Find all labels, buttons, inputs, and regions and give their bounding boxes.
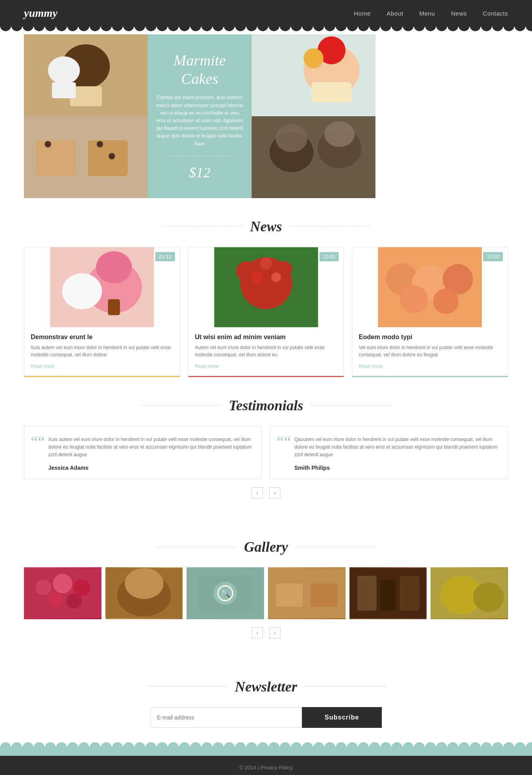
- svg-point-15: [109, 153, 115, 159]
- news-title-line-left: [162, 227, 242, 227]
- news-content-1: Demonstrav erunt le Suis autem vel eum i…: [24, 327, 180, 376]
- gallery-prev-button[interactable]: ‹: [252, 627, 263, 638]
- nav-home[interactable]: Home: [354, 10, 371, 17]
- svg-point-23: [96, 251, 132, 283]
- footer-inner: © 2014 | Privacy Policy: [0, 756, 532, 775]
- gallery-item-2[interactable]: 🔍: [105, 567, 183, 619]
- gallery-section: Gallery 🔍 🔍: [0, 539, 532, 658]
- footer: © 2014 | Privacy Policy: [0, 748, 532, 775]
- testimonials-section: Testimonials Xuis autem vel eum iriure d…: [0, 397, 532, 519]
- hero-title: Marmite Cakes: [156, 52, 244, 88]
- gallery-content: 🔍 🔍 🔍 🔍: [0, 567, 532, 658]
- svg-point-13: [45, 141, 51, 147]
- testimonials-grid: Xuis autem vel eum iriure dolor in hendr…: [24, 426, 508, 479]
- gallery-line-left: [156, 546, 236, 547]
- hero-image-top-left: [24, 34, 148, 116]
- svg-rect-11: [36, 140, 76, 176]
- read-more-3[interactable]: Read more: [359, 364, 382, 369]
- svg-rect-4: [52, 82, 76, 98]
- svg-point-18: [276, 124, 308, 152]
- hero-section: Marmite Cakes Claritas est etiam procesm…: [0, 26, 532, 198]
- hero-center-panel: Marmite Cakes Claritas est etiam procesm…: [148, 34, 252, 198]
- footer-copyright: © 2014 | Privacy Policy: [239, 765, 293, 771]
- gallery-search-icon-2: 🔍: [136, 585, 152, 601]
- news-image-1: 21/12: [24, 247, 180, 327]
- testimonials-content: Xuis autem vel eum iriure dolor in hendr…: [0, 426, 532, 519]
- testimonial-navigation: ‹ ›: [24, 487, 508, 499]
- nav-contacts[interactable]: Contacts: [483, 10, 508, 17]
- testimonial-text-1: Xuis autem vel eum iriure dolor in hendr…: [48, 436, 254, 459]
- testimonial-prev-button[interactable]: ‹: [252, 487, 263, 499]
- gallery-item-1[interactable]: 🔍: [24, 567, 101, 619]
- news-title-line-right: [290, 227, 370, 227]
- news-card-1: 21/12 Demonstrav erunt le Suis autem vel…: [24, 247, 180, 377]
- testimonials-title-wrap: Testimonials: [0, 397, 532, 414]
- gallery-search-icon-6: 🔍: [461, 585, 477, 601]
- svg-point-32: [252, 272, 263, 283]
- svg-point-8: [304, 48, 324, 68]
- svg-point-14: [97, 141, 103, 147]
- svg-point-25: [62, 273, 102, 309]
- logo[interactable]: yummy: [24, 7, 354, 20]
- gallery-item-4[interactable]: 🔍: [268, 567, 345, 619]
- main-content: Marmite Cakes Claritas est etiam procesm…: [0, 26, 532, 748]
- gallery-line-right: [296, 546, 376, 547]
- testimonials-line-left: [141, 405, 221, 406]
- gallery-search-icon-4: 🔍: [299, 585, 315, 601]
- news-image-3: 17/02: [352, 247, 508, 327]
- svg-rect-9: [312, 82, 351, 102]
- testimonial-card-1: Xuis autem vel eum iriure dolor in hendr…: [24, 426, 262, 479]
- gallery-item-5[interactable]: 🔍: [349, 567, 427, 619]
- newsletter-title-wrap: Newsletter: [0, 678, 532, 695]
- gallery-item-6[interactable]: 🔍: [431, 567, 508, 619]
- hero-divider: [165, 156, 235, 156]
- news-content-2: Ut wisi enim ad minim veniam Autem vel e…: [189, 327, 344, 376]
- gallery-title-wrap: Gallery: [0, 539, 532, 555]
- newsletter-form: Subscribe: [24, 707, 508, 728]
- news-date-3: 17/02: [483, 252, 503, 261]
- read-more-1[interactable]: Read more: [31, 364, 54, 369]
- news-date-2: 12/01: [320, 252, 339, 261]
- gallery-overlay-3: 🔍: [187, 567, 264, 619]
- gallery-search-icon-3: 🔍: [217, 585, 233, 601]
- news-text-3: Vel eum iriure dolor in hendrerit in vul…: [359, 344, 501, 358]
- gallery-navigation: ‹ ›: [24, 627, 508, 638]
- svg-rect-24: [108, 299, 120, 315]
- testimonial-name-1: Jessica Adams: [48, 465, 254, 471]
- svg-point-37: [400, 285, 428, 313]
- gallery-grid: 🔍 🔍 🔍 🔍: [24, 567, 508, 619]
- news-headline-1: Demonstrav erunt le: [31, 334, 173, 341]
- hero-grid: Marmite Cakes Claritas est etiam procesm…: [24, 34, 508, 198]
- news-section: News 21/12 Demonstrav erunt le S: [0, 218, 532, 377]
- nav-news[interactable]: News: [451, 10, 467, 17]
- news-content-3: Eodem modo typi Vel eum iriure dolor in …: [352, 327, 508, 376]
- testimonials-line-right: [311, 405, 391, 406]
- testimonials-section-title: Testimonials: [229, 397, 304, 414]
- news-text-2: Autem vel eum iriure dolor in hendrerit …: [195, 344, 337, 358]
- news-text-1: Suis autem vel eum iriure dolor in hendr…: [31, 344, 173, 358]
- svg-point-3: [48, 56, 80, 84]
- svg-point-38: [433, 288, 459, 314]
- gallery-search-icon-5: 🔍: [380, 585, 396, 601]
- testimonial-next-button[interactable]: ›: [269, 487, 280, 499]
- testimonial-text-2: Qauutem vel eum iriure dolor in hendreri…: [294, 436, 500, 459]
- nav-about[interactable]: About: [387, 10, 403, 17]
- gallery-next-button[interactable]: ›: [269, 627, 280, 638]
- read-more-2[interactable]: Read more: [195, 364, 218, 369]
- hero-image-bottom-right: [252, 116, 375, 198]
- gallery-section-title: Gallery: [244, 539, 288, 555]
- newsletter-line-right: [305, 686, 385, 687]
- subscribe-button[interactable]: Subscribe: [302, 707, 382, 728]
- email-input[interactable]: [150, 707, 302, 728]
- news-card-3: 17/02 Eodem modo typi Vel eum iriure dol…: [352, 247, 508, 377]
- hero-image-top-right: [252, 34, 375, 116]
- gallery-item-3[interactable]: 🔍: [187, 567, 264, 619]
- navigation: yummy Home About Menu News Contacts: [0, 0, 532, 26]
- nav-links: Home About Menu News Contacts: [354, 10, 508, 17]
- svg-rect-12: [88, 140, 128, 176]
- newsletter-line-left: [147, 686, 227, 687]
- newsletter-section: Newsletter Subscribe: [0, 678, 532, 748]
- svg-point-31: [271, 272, 281, 282]
- nav-menu[interactable]: Menu: [419, 10, 435, 17]
- testimonial-card-2: Qauutem vel eum iriure dolor in hendreri…: [270, 426, 508, 479]
